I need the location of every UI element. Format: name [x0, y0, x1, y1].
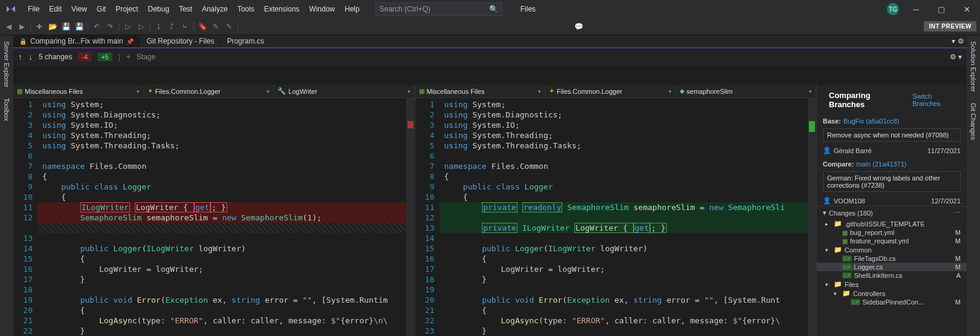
- start-nodbg-icon[interactable]: ▷: [136, 22, 146, 31]
- code-line: [37, 285, 415, 295]
- tree-row[interactable]: ▦bug_report.ymlM: [817, 228, 967, 237]
- file-name: Files: [845, 281, 958, 288]
- menu-help[interactable]: Help: [340, 2, 365, 16]
- step-out-icon[interactable]: ⤷: [180, 22, 190, 31]
- start-icon[interactable]: ▷: [123, 22, 132, 31]
- overview-ruler-right[interactable]: [808, 98, 816, 336]
- code-line: using System.IO;: [37, 120, 415, 130]
- menu-project[interactable]: Project: [111, 2, 143, 16]
- menu-analyze[interactable]: Analyze: [197, 2, 233, 16]
- save-all-icon[interactable]: 💾: [74, 22, 84, 31]
- save-icon[interactable]: 💾: [61, 22, 71, 31]
- tree-row[interactable]: ▾📁Controllers: [817, 289, 967, 298]
- tree-row[interactable]: C#FileTagsDb.csM: [817, 254, 967, 263]
- bookmark-icon[interactable]: 🔖: [198, 22, 207, 31]
- step-icon[interactable]: ⤵: [154, 22, 163, 31]
- caret-icon[interactable]: ▾: [823, 209, 826, 217]
- user-avatar[interactable]: TG: [887, 3, 899, 15]
- folder-icon: 📁: [834, 246, 842, 254]
- code-line: [440, 212, 817, 223]
- document-tabs: 🔒Comparing Br...Fix with main📌Git Reposi…: [13, 35, 967, 48]
- code-left[interactable]: 1234567891011121314151617181920212223 us…: [13, 98, 415, 336]
- tabs-dropdown-icon[interactable]: ▾: [952, 37, 955, 45]
- undo-icon[interactable]: ↶: [92, 22, 102, 31]
- switch-branches-link[interactable]: Switch Branches: [912, 93, 961, 107]
- next-change-button[interactable]: ↓: [28, 52, 33, 62]
- tree-row[interactable]: C#Logger.csM: [817, 263, 967, 271]
- caret-icon[interactable]: ▾: [825, 247, 831, 253]
- doc-tab-0[interactable]: 🔒Comparing Br...Fix with main📌: [13, 35, 140, 47]
- crumb-member-right[interactable]: ◆semaphoreSlim▾: [676, 85, 816, 97]
- menu-file[interactable]: File: [23, 2, 44, 16]
- menu-tools[interactable]: Tools: [233, 2, 259, 16]
- code-line: public class Logger: [440, 182, 817, 192]
- crumb-project-right[interactable]: ▦Miscellaneous Files▾: [415, 85, 546, 97]
- redo-icon[interactable]: ↷: [105, 22, 115, 31]
- base-date: 11/27/2021: [927, 147, 961, 154]
- comment-icon[interactable]: ✎: [211, 22, 221, 31]
- side-solution-explorer[interactable]: Solution Explorer: [970, 39, 977, 94]
- stage-plus-icon[interactable]: +: [126, 53, 131, 61]
- maximize-button[interactable]: ▢: [933, 5, 950, 14]
- gutter-left: 1234567891011121314151617181920212223: [13, 98, 37, 336]
- solution-name[interactable]: Files: [516, 2, 540, 16]
- new-item-icon[interactable]: ✚: [34, 22, 44, 31]
- step-over-icon[interactable]: ⤴: [167, 22, 177, 31]
- prev-change-button[interactable]: ↑: [18, 52, 22, 62]
- feedback-icon[interactable]: 💬: [574, 22, 583, 31]
- crumb-class-left[interactable]: ✦Files.Common.Logger▾: [144, 85, 274, 97]
- tree-row[interactable]: ▦feature_request.ymlM: [817, 237, 967, 245]
- changes-header[interactable]: Changes (180): [829, 209, 873, 217]
- doc-tab-2[interactable]: Program.cs: [221, 35, 270, 47]
- menu-edit[interactable]: Edit: [44, 2, 67, 16]
- menu-extensions[interactable]: Extensions: [259, 2, 305, 16]
- more-icon[interactable]: ⋯: [954, 209, 961, 217]
- menu-view[interactable]: View: [67, 2, 92, 16]
- tree-row[interactable]: C#SidebarPinnedCon...M: [817, 298, 967, 306]
- menu-test[interactable]: Test: [174, 2, 197, 16]
- doc-tab-1[interactable]: Git Repository - Files: [140, 35, 221, 47]
- menu-window[interactable]: Window: [304, 2, 340, 16]
- crumb-member-left-label: LogWriter: [288, 88, 317, 95]
- nav-back-icon[interactable]: ◀: [4, 22, 13, 31]
- crumb-class-right[interactable]: ✦Files.Common.Logger▾: [545, 85, 676, 97]
- menu-git[interactable]: Git: [92, 2, 111, 16]
- code-line: }: [37, 274, 415, 285]
- caret-icon[interactable]: ▸: [825, 221, 831, 227]
- side-server-explorer[interactable]: Server Explorer: [3, 39, 10, 90]
- crumb-member-left[interactable]: 🔧LogWriter▾: [274, 85, 414, 97]
- side-toolbox[interactable]: Toolbox: [3, 96, 10, 124]
- tabs-settings-icon[interactable]: ⚙: [958, 37, 964, 45]
- base-branch-link[interactable]: BugFix (a5a01cc8): [843, 117, 899, 125]
- crumb-project-left[interactable]: ▦Miscellaneous Files▾: [13, 85, 144, 97]
- code-line: LogWriter = logWriter;: [37, 264, 415, 274]
- diff-settings-icon[interactable]: ⚙ ▾: [950, 53, 962, 61]
- close-button[interactable]: ✕: [958, 5, 975, 14]
- caret-icon[interactable]: ▾: [825, 282, 831, 288]
- code-line: using System.Diagnostics;: [37, 110, 415, 120]
- open-icon[interactable]: 📂: [48, 22, 57, 31]
- tree-row[interactable]: ▾📁Common: [817, 245, 967, 254]
- tree-row[interactable]: ▸📁.github\ISSUE_TEMPLATE: [817, 219, 967, 228]
- stage-button[interactable]: Stage: [137, 53, 155, 61]
- file-name: ShellLinkItem.cs: [854, 272, 954, 279]
- uncomment-icon[interactable]: ✎: [224, 22, 234, 31]
- pin-icon[interactable]: 📌: [126, 38, 134, 45]
- search-input-box[interactable]: Search (Ctrl+Q) 🔍: [375, 2, 502, 16]
- minimize-button[interactable]: ─: [907, 5, 924, 14]
- base-label: Base:: [823, 117, 841, 125]
- tree-row[interactable]: C#ShellLinkItem.csA: [817, 271, 967, 280]
- code-line: LogWriter = logWriter;: [440, 264, 817, 274]
- caret-icon[interactable]: ▾: [834, 291, 840, 297]
- file-icon: ▦: [419, 88, 424, 94]
- preview-badge[interactable]: INT PREVIEW: [924, 21, 976, 31]
- overview-ruler-left[interactable]: [406, 98, 415, 336]
- breadcrumb-right: ▦Miscellaneous Files▾ ✦Files.Common.Logg…: [415, 85, 817, 98]
- tree-row[interactable]: ▾📁Files: [817, 280, 967, 289]
- compare-branches-panel: Comparing Branches Switch Branches Base:…: [817, 85, 967, 336]
- side-git-changes[interactable]: Git Changes: [970, 100, 977, 142]
- nav-fwd-icon[interactable]: ▶: [17, 22, 27, 31]
- code-right[interactable]: 123456789101112131415161718192021222324 …: [415, 98, 817, 336]
- menu-debug[interactable]: Debug: [143, 2, 174, 16]
- compare-branch-link[interactable]: main (21a41371): [856, 160, 906, 168]
